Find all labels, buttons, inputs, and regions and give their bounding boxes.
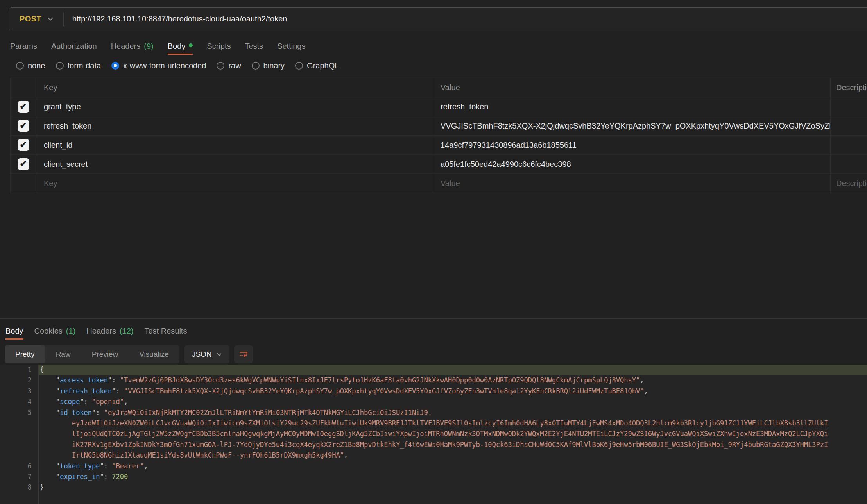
kv-placeholder-row: KeyValueDescription xyxy=(11,174,867,193)
radio-icon xyxy=(295,62,303,70)
key-column-header: Key xyxy=(36,78,432,97)
key-cell[interactable]: Key xyxy=(36,174,432,193)
code-line-content: "token_type": "Bearer", xyxy=(38,461,867,472)
response-tab-headers[interactable]: Headers(12) xyxy=(86,323,133,340)
key-cell[interactable]: client_id xyxy=(36,136,432,154)
wrap-text-button[interactable] xyxy=(234,345,253,363)
line-number xyxy=(0,429,38,439)
token-s: lIjoiQUdQTC0zLjAgTGljZW5zZWQgfCBDb3B5cml… xyxy=(40,430,828,438)
token-p: ": xyxy=(108,376,120,384)
code-line: lIjoiQUdQTC0zLjAgTGljZW5zZWQgfCBDb3B5cml… xyxy=(0,429,867,439)
tab-scripts[interactable]: Scripts xyxy=(207,39,231,55)
code-line-content: "scope": "openid", xyxy=(38,397,867,407)
tab-body[interactable]: Body xyxy=(168,39,193,55)
response-tab-body[interactable]: Body xyxy=(5,323,23,340)
token-s: "openid" xyxy=(92,398,124,406)
format-label: JSON xyxy=(192,350,212,359)
view-preview[interactable]: Preview xyxy=(81,345,129,363)
value-cell[interactable]: refresh_token xyxy=(432,97,831,116)
code-line: 4 "scope": "openid", xyxy=(0,397,867,407)
description-cell[interactable]: Description xyxy=(831,174,867,193)
row-check-cell: ✔ xyxy=(11,136,36,154)
tab-params[interactable]: Params xyxy=(10,39,37,55)
line-number xyxy=(0,418,38,429)
token-k: token_type xyxy=(60,462,100,470)
tab-count-badge: (1) xyxy=(66,327,75,336)
response-tabs: BodyCookies(1)Headers(12)Test Results xyxy=(5,323,187,340)
key-cell[interactable]: grant_type xyxy=(36,97,432,116)
checked-checkbox[interactable]: ✔ xyxy=(18,158,29,170)
value-cell[interactable]: 14a9cf797931430896ad13a6b1855611 xyxy=(432,136,831,154)
value-cell[interactable]: VVGJIScTBmhF8tzk5XQX-X2jQjdwqcSvhB32YeYQ… xyxy=(432,116,831,135)
description-cell[interactable] xyxy=(831,136,867,154)
token-p: ": xyxy=(92,409,104,416)
tab-label: Authorization xyxy=(51,42,97,51)
token-s: IrtNG5b8NGhiz1XtauqME1siYds8vUtWnkCnPWoF… xyxy=(40,451,344,459)
view-pretty[interactable]: Pretty xyxy=(5,345,45,363)
description-cell[interactable] xyxy=(831,97,867,116)
token-p: ": xyxy=(80,398,92,406)
line-number xyxy=(0,440,38,450)
checked-checkbox[interactable]: ✔ xyxy=(18,101,29,113)
token-k: expires_in xyxy=(60,473,100,481)
format-select[interactable]: JSON xyxy=(184,345,229,363)
key-cell[interactable]: client_secret xyxy=(36,155,432,173)
code-line: 1{ xyxy=(0,365,867,375)
row-check-cell: ✔ xyxy=(11,97,36,116)
description-cell[interactable] xyxy=(831,116,867,135)
body-mode-binary[interactable]: binary xyxy=(252,61,285,70)
response-body-viewer[interactable]: 1{2 "access_token": "TvemW2zGj0PBJdXBwsD… xyxy=(0,365,867,504)
token-k: refresh_token xyxy=(60,387,112,395)
tab-settings[interactable]: Settings xyxy=(277,39,305,55)
token-p: , xyxy=(640,376,644,384)
code-line: 6 "token_type": "Bearer", xyxy=(0,461,867,472)
token-p: , xyxy=(344,451,348,459)
tab-label: Test Results xyxy=(145,327,187,336)
response-tab-cookies[interactable]: Cookies(1) xyxy=(34,323,76,340)
kv-row: ✔grant_typerefresh_token xyxy=(11,97,867,116)
checked-checkbox[interactable]: ✔ xyxy=(18,139,29,151)
token-n: 7200 xyxy=(112,473,128,481)
line-number: 7 xyxy=(0,472,38,482)
line-number: 3 xyxy=(0,386,38,397)
value-cell[interactable]: Value xyxy=(432,174,831,193)
key-cell[interactable]: refresh_token xyxy=(36,116,432,135)
body-mode-raw[interactable]: raw xyxy=(217,61,241,70)
method-label: POST xyxy=(20,14,41,23)
request-url-bar: POST http://192.168.101.10:8847/herodotu… xyxy=(9,7,867,30)
view-mode-segmented-control: PrettyRawPreviewVisualize xyxy=(5,345,179,363)
response-tab-test-results[interactable]: Test Results xyxy=(145,323,187,340)
body-mode-none[interactable]: none xyxy=(16,61,45,70)
url-input[interactable]: http://192.168.101.10:8847/herodotus-clo… xyxy=(72,14,287,23)
view-raw[interactable]: Raw xyxy=(45,345,81,363)
tab-authorization[interactable]: Authorization xyxy=(51,39,97,55)
code-line-content: "id_token": "eyJraWQiOiIxNjRkMTY2MC02ZmJ… xyxy=(38,407,867,418)
view-visualize[interactable]: Visualize xyxy=(129,345,179,363)
checked-checkbox[interactable]: ✔ xyxy=(18,120,29,132)
tab-headers[interactable]: Headers(9) xyxy=(111,39,154,55)
code-line: iK27RXv1gEXbv1ZpkINDkY3mOfGn71xumGOA-lPJ… xyxy=(0,440,867,450)
unsaved-dot-icon xyxy=(189,43,193,47)
description-cell[interactable] xyxy=(831,155,867,173)
token-s: "Bearer" xyxy=(112,462,144,470)
code-line-content: { xyxy=(38,365,867,375)
line-number: 6 xyxy=(0,461,38,472)
tab-label: Headers xyxy=(86,327,116,336)
body-mode-graphql[interactable]: GraphQL xyxy=(295,61,339,70)
line-number xyxy=(0,450,38,461)
method-selector[interactable]: POST xyxy=(9,14,63,23)
wrap-text-icon xyxy=(238,349,249,359)
tab-tests[interactable]: Tests xyxy=(245,39,263,55)
value-cell[interactable]: a05fe1fc50ed42a4990c6c6fc4bec398 xyxy=(432,155,831,173)
body-mode-form-data[interactable]: form-data xyxy=(56,61,101,70)
gutter-divider xyxy=(38,365,39,504)
row-check-cell xyxy=(11,174,36,193)
token-k: access_token xyxy=(60,376,108,384)
url-bar-divider xyxy=(63,12,64,26)
token-s: "TvemW2zGj0PBJdXBwsDY3Ocd3zes6kWgVCpWNWu… xyxy=(120,376,640,384)
tab-label: Params xyxy=(10,42,37,51)
token-p: , xyxy=(144,462,148,470)
body-mode-x-www-form-urlencoded[interactable]: x-www-form-urlencoded xyxy=(111,61,206,70)
tab-label: Scripts xyxy=(207,42,231,51)
app-window: POST http://192.168.101.10:8847/herodotu… xyxy=(0,0,867,504)
